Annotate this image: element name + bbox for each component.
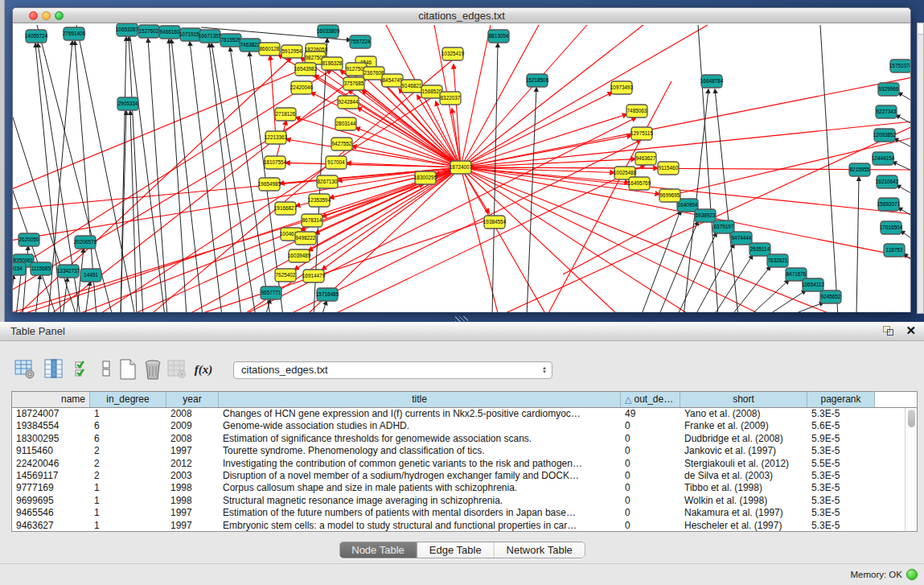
table-cell: 1	[90, 520, 166, 532]
table-row[interactable]: 2242004622012Investigating the contribut…	[12, 458, 917, 470]
column-header-short[interactable]: short	[680, 392, 807, 407]
table-cell: Genome-wide association studies in ADHD.	[219, 420, 621, 432]
network-window[interactable]: citations_edges.txt 14055724276914061065…	[12, 7, 911, 312]
network-window-title: citations_edges.txt	[13, 10, 910, 22]
column-header-year[interactable]: year	[166, 392, 219, 407]
table-cell: Stergiakouli et al. (2012)	[680, 458, 807, 470]
svg-text:16039489: 16039489	[288, 253, 311, 258]
table-cell: 0	[621, 458, 680, 470]
select-columns-button[interactable]	[71, 357, 95, 381]
table-row[interactable]: 946554611997Estimation of the future num…	[12, 507, 917, 519]
svg-text:8813054: 8813054	[489, 33, 509, 39]
node-table: namein_degreeyeartitle△out_de…shortpager…	[11, 391, 918, 532]
scrollbar-thumb[interactable]	[908, 410, 915, 427]
table-cell: 18300295	[12, 433, 90, 445]
table-cell: 9115460	[12, 445, 90, 457]
delete-column-button[interactable]	[141, 357, 165, 381]
table-cell: 0	[621, 507, 680, 519]
tab-network-table[interactable]: Network Table	[495, 542, 585, 558]
svg-text:7815526: 7815526	[221, 37, 241, 43]
table-cell: 0	[621, 433, 680, 445]
svg-text:22420046: 22420046	[290, 84, 314, 90]
column-header-title[interactable]: title	[219, 392, 621, 407]
svg-text:12444154: 12444154	[872, 155, 895, 161]
svg-text:19384554: 19384554	[483, 219, 507, 225]
table-gear-icon	[14, 359, 35, 380]
desktop-scrollbar[interactable]	[917, 23, 924, 314]
panel-splitter-handle[interactable]	[455, 316, 468, 322]
svg-text:2620050: 2620050	[19, 237, 39, 242]
table-row[interactable]: 1938455462009Genome-wide association stu…	[12, 420, 917, 432]
table-cell: Disruption of a novel member of a sodium…	[219, 470, 621, 482]
svg-text:9474444: 9474444	[732, 235, 752, 241]
float-panel-button[interactable]	[881, 325, 895, 337]
column-header-out_de[interactable]: △out_de…	[621, 392, 680, 407]
table-row[interactable]: 1456911722003Disruption of a novel membe…	[12, 470, 917, 482]
table-row[interactable]: 1872400712008Changes of HCN gene express…	[12, 408, 917, 420]
table-cell: 0	[621, 482, 680, 494]
network-canvas[interactable]: 1405572427691406106532871527602946616010…	[13, 23, 910, 312]
table-cell: de Silva et al. (2003)	[680, 470, 807, 482]
table-vertical-scrollbar[interactable]	[905, 408, 917, 531]
svg-text:8678314: 8678314	[302, 217, 322, 223]
table-cell: 49	[621, 408, 680, 420]
table-cell: 2012	[166, 458, 219, 470]
svg-text:16495769: 16495769	[628, 180, 651, 186]
table-row[interactable]: 969969511998Structural magnetic resonanc…	[12, 495, 917, 507]
svg-text:13342737: 13342737	[57, 268, 80, 274]
table-row[interactable]: 1830029562008Estimation of significance …	[12, 433, 917, 445]
network-graph[interactable]: 1405572427691406106532871527602946616010…	[13, 23, 910, 312]
svg-text:9427552: 9427552	[332, 141, 352, 146]
left-gutter	[0, 0, 5, 322]
table-cell: Yano et al. (2008)	[680, 408, 807, 420]
table-cell: 0	[621, 495, 680, 507]
table-cell: 2008	[166, 408, 219, 420]
table-row[interactable]: 911546021997Tourette syndrome. Phenomeno…	[12, 445, 917, 457]
table-cell: 5.3E-5	[807, 507, 875, 519]
svg-text:15218506: 15218506	[526, 77, 549, 83]
column-header-in_degree[interactable]: in_degree	[90, 392, 166, 407]
table-cell: Structural magnetic resonance image aver…	[219, 495, 621, 507]
svg-text:15751074: 15751074	[889, 63, 910, 68]
table-toolbar: f(x) citations_edges.txt ▲▼	[0, 341, 924, 391]
table-panel: Table Panel ✕	[0, 322, 924, 585]
table-cell: 9699695	[12, 495, 90, 507]
svg-text:9245652: 9245652	[821, 294, 841, 299]
table-cell: 5.6E-5	[807, 420, 875, 432]
scrollbar-top-box[interactable]	[918, 23, 923, 35]
create-column-button[interactable]	[116, 357, 140, 381]
show-column-button[interactable]	[42, 357, 66, 381]
svg-text:8186328: 8186328	[322, 60, 343, 66]
table-cell: 1997	[166, 445, 219, 457]
table-cell: 19384554	[12, 420, 90, 432]
delete-table-button-disabled	[165, 357, 189, 381]
svg-text:16671355: 16671355	[199, 33, 222, 39]
svg-text:2935114: 2935114	[750, 246, 770, 252]
svg-text:9146821: 9146821	[402, 83, 422, 89]
table-cell: 5.3E-5	[807, 482, 875, 494]
tab-node-table[interactable]: Node Table	[339, 542, 417, 558]
table-row[interactable]: 946362711997Embryonic stem cells: a mode…	[12, 520, 917, 532]
function-builder-button[interactable]: f(x)	[191, 357, 216, 381]
table-cell: Changes of HCN gene expression and I(f) …	[219, 408, 621, 420]
table-cell: 5.9E-5	[807, 433, 875, 445]
table-cell: 1997	[166, 507, 219, 519]
column-header-name[interactable]: name	[12, 392, 90, 407]
svg-text:19654985: 19654985	[258, 181, 281, 187]
svg-text:9466160: 9466160	[160, 29, 180, 35]
svg-text:10653287: 10653287	[116, 27, 139, 32]
close-panel-button[interactable]: ✕	[906, 323, 916, 338]
table-select-dropdown[interactable]: citations_edges.txt ▲▼	[233, 361, 552, 379]
table-cell: Tibbo et al. (1998)	[680, 482, 807, 494]
row-height-button[interactable]	[94, 357, 118, 381]
float-window-icon-overlay	[887, 329, 893, 336]
table-row[interactable]: 977716911998Corpus callosum shape and si…	[12, 482, 917, 494]
network-window-titlebar[interactable]: citations_edges.txt	[13, 8, 910, 23]
svg-text:3757685: 3757685	[344, 80, 364, 86]
table-cell: 2008	[166, 433, 219, 445]
tab-edge-table[interactable]: Edge Table	[417, 542, 495, 558]
table-cell: 9465546	[12, 507, 90, 519]
column-header-pagerank[interactable]: pagerank	[807, 392, 875, 407]
table-mode-button[interactable]	[13, 357, 37, 381]
svg-text:9242844: 9242844	[339, 99, 359, 105]
